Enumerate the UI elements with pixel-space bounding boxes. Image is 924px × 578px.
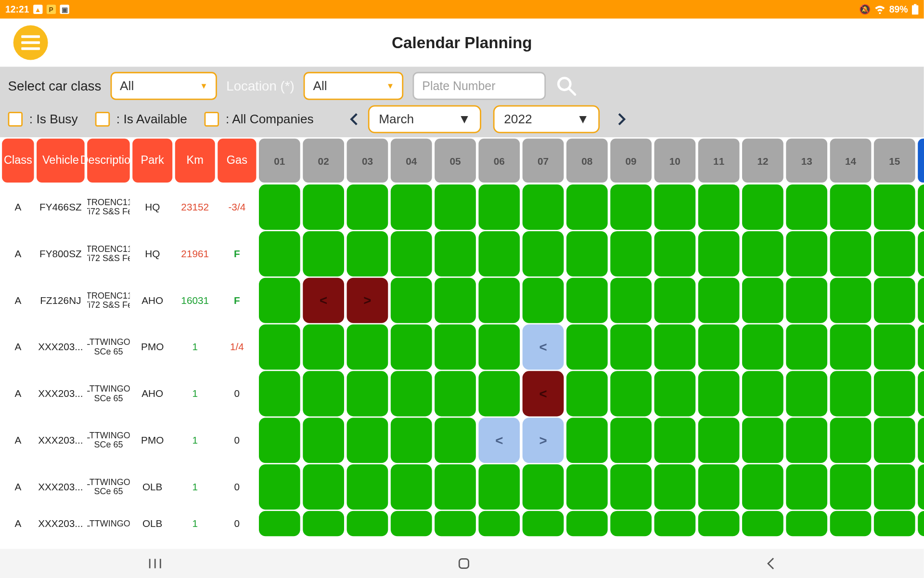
calendar-cell[interactable]	[786, 511, 827, 537]
calendar-cell[interactable]	[698, 511, 740, 537]
calendar-cell[interactable]	[786, 184, 827, 230]
calendar-cell[interactable]	[698, 325, 740, 370]
calendar-cell[interactable]	[610, 278, 652, 323]
calendar-cell[interactable]	[654, 325, 695, 370]
calendar-cell[interactable]	[874, 231, 915, 276]
calendar-cell[interactable]	[874, 325, 915, 370]
calendar-cell[interactable]	[698, 278, 740, 323]
calendar-cell[interactable]	[566, 278, 608, 323]
day-header-01[interactable]: 01	[259, 139, 300, 183]
year-select[interactable]: 2022 ▼	[493, 105, 600, 133]
calendar-cell[interactable]	[523, 464, 564, 510]
calendar-cell[interactable]	[830, 231, 872, 276]
calendar-cell[interactable]	[435, 325, 476, 370]
calendar-cell[interactable]	[786, 464, 827, 510]
recents-button[interactable]	[148, 558, 162, 570]
calendar-cell[interactable]	[874, 371, 915, 416]
calendar-cell[interactable]	[303, 371, 344, 416]
calendar-cell[interactable]	[478, 231, 520, 276]
calendar-cell[interactable]	[478, 325, 520, 370]
calendar-cell[interactable]: <	[523, 371, 564, 416]
calendar-cell[interactable]	[698, 184, 740, 230]
calendar-cell[interactable]	[786, 278, 827, 323]
calendar-cell[interactable]	[830, 325, 872, 370]
calendar-cell[interactable]	[654, 231, 695, 276]
next-month-button[interactable]	[612, 109, 631, 129]
calendar-cell[interactable]	[391, 278, 432, 323]
calendar-cell[interactable]	[435, 464, 476, 510]
calendar-cell[interactable]	[435, 231, 476, 276]
calendar-cell[interactable]	[391, 325, 432, 370]
calendar-cell[interactable]	[566, 418, 608, 463]
calendar-cell[interactable]	[830, 418, 872, 463]
calendar-cell[interactable]	[259, 231, 300, 276]
calendar-cell[interactable]	[610, 418, 652, 463]
calendar-cell[interactable]	[830, 464, 872, 510]
calendar-cell[interactable]	[391, 511, 432, 537]
calendar-cell[interactable]	[742, 231, 783, 276]
calendar-cell[interactable]	[303, 418, 344, 463]
calendar-cell[interactable]	[918, 184, 924, 230]
calendar-cell[interactable]	[566, 184, 608, 230]
menu-button[interactable]	[13, 26, 48, 60]
calendar-cell[interactable]	[610, 325, 652, 370]
calendar-cell[interactable]: <	[523, 325, 564, 370]
calendar-cell[interactable]	[303, 464, 344, 510]
calendar-cell[interactable]	[610, 511, 652, 537]
calendar-cell[interactable]	[347, 184, 388, 230]
calendar-cell[interactable]	[303, 325, 344, 370]
calendar-cell[interactable]	[566, 371, 608, 416]
calendar-cell[interactable]	[259, 464, 300, 510]
calendar-cell[interactable]	[566, 464, 608, 510]
calendar-cell[interactable]	[478, 371, 520, 416]
calendar-cell[interactable]	[478, 464, 520, 510]
calendar-cell[interactable]	[435, 184, 476, 230]
prev-month-button[interactable]	[344, 109, 364, 129]
calendar-cell[interactable]	[610, 371, 652, 416]
calendar-cell[interactable]	[654, 464, 695, 510]
calendar-cell[interactable]	[435, 511, 476, 537]
day-header-04[interactable]: 04	[391, 139, 432, 183]
calendar-cell[interactable]: <	[303, 278, 344, 323]
back-button[interactable]	[766, 557, 776, 570]
calendar-cell[interactable]	[698, 371, 740, 416]
calendar-cell[interactable]	[259, 325, 300, 370]
calendar-cell[interactable]	[610, 184, 652, 230]
calendar-cell[interactable]	[786, 371, 827, 416]
calendar-cell[interactable]	[874, 511, 915, 537]
calendar-cell[interactable]	[259, 278, 300, 323]
calendar-cell[interactable]: >	[347, 278, 388, 323]
calendar-cell[interactable]	[391, 371, 432, 416]
calendar-cell[interactable]	[918, 231, 924, 276]
day-header-06[interactable]: 06	[478, 139, 520, 183]
calendar-cell[interactable]	[259, 418, 300, 463]
checkbox-all-companies[interactable]	[205, 112, 219, 126]
calendar-cell[interactable]	[303, 231, 344, 276]
search-button[interactable]	[555, 75, 578, 97]
calendar-cell[interactable]	[303, 184, 344, 230]
calendar-cell[interactable]: <	[478, 418, 520, 463]
day-header-05[interactable]: 05	[435, 139, 476, 183]
day-header-16[interactable]: 16	[918, 139, 924, 183]
calendar-cell[interactable]	[435, 278, 476, 323]
day-header-07[interactable]: 07	[523, 139, 564, 183]
calendar-cell[interactable]	[259, 371, 300, 416]
calendar-cell[interactable]	[347, 325, 388, 370]
calendar-cell[interactable]	[347, 418, 388, 463]
day-header-09[interactable]: 09	[610, 139, 652, 183]
day-header-13[interactable]: 13	[786, 139, 827, 183]
calendar-cell[interactable]	[698, 418, 740, 463]
calendar-cell[interactable]	[654, 511, 695, 537]
day-header-02[interactable]: 02	[303, 139, 344, 183]
calendar-cell[interactable]	[523, 511, 564, 537]
calendar-cell[interactable]	[654, 278, 695, 323]
calendar-cell[interactable]	[918, 278, 924, 323]
calendar-cell[interactable]	[874, 418, 915, 463]
calendar-cell[interactable]	[610, 464, 652, 510]
calendar-cell[interactable]	[918, 371, 924, 416]
calendar-cell[interactable]	[347, 371, 388, 416]
car-class-select[interactable]: All ▼	[111, 72, 217, 100]
calendar-cell[interactable]	[918, 511, 924, 537]
calendar-cell[interactable]	[435, 418, 476, 463]
calendar-cell[interactable]	[786, 325, 827, 370]
